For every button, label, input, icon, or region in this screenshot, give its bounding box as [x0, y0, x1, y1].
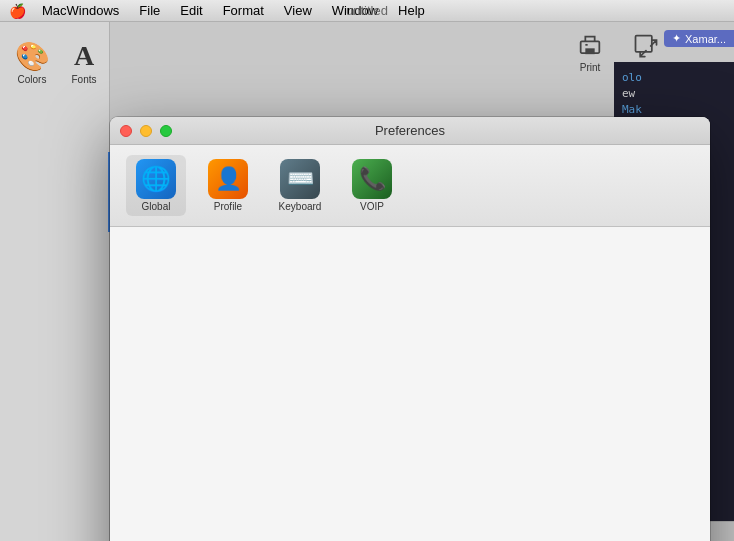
fonts-icon: A: [66, 38, 102, 74]
tab-voip-label: VOIP: [360, 201, 384, 212]
prefs-dialog: Preferences Global Profile Keyboard: [110, 117, 710, 541]
colors-label: Colors: [18, 74, 47, 85]
apple-menu[interactable]: 🍎: [8, 2, 26, 20]
xamarin-badge: ✦ Xamar...: [664, 30, 734, 47]
tab-keyboard-label: Keyboard: [279, 201, 322, 212]
close-button[interactable]: [120, 125, 132, 137]
print-label: Print: [580, 62, 601, 73]
xamarin-icon: ✦: [672, 32, 681, 45]
keyboard-icon: [280, 159, 320, 199]
profile-icon: [208, 159, 248, 199]
svg-rect-3: [636, 36, 652, 52]
tab-voip[interactable]: VOIP: [342, 155, 402, 216]
main-area: 🎨 Colors A Fonts Print: [0, 22, 734, 541]
window-title: untitled: [346, 3, 388, 18]
tab-profile-label: Profile: [214, 201, 242, 212]
menubar-file[interactable]: File: [131, 1, 168, 20]
code-line-3: Mak: [622, 102, 726, 118]
prefs-content: [110, 227, 710, 541]
prefs-title: Preferences: [375, 123, 445, 138]
menu-bar: 🍎 MacWindows File Edit Format View Windo…: [0, 0, 734, 22]
fonts-label: Fonts: [71, 74, 96, 85]
tab-global-label: Global: [142, 201, 171, 212]
voip-icon: [352, 159, 392, 199]
prefs-overlay: Preferences Global Profile Keyboard: [110, 117, 719, 521]
resize-icon: [630, 30, 662, 62]
fonts-button[interactable]: A Fonts: [60, 38, 108, 85]
menubar-help[interactable]: Help: [390, 1, 433, 20]
global-icon: [136, 159, 176, 199]
tab-profile[interactable]: Profile: [198, 155, 258, 216]
print-icon: [574, 30, 606, 62]
print-button[interactable]: Print: [566, 30, 614, 73]
minimize-button[interactable]: [140, 125, 152, 137]
code-line-2: ew: [622, 86, 726, 102]
prefs-toolbar: Global Profile Keyboard VOIP: [110, 145, 710, 227]
left-panel: 🎨 Colors A Fonts: [0, 22, 110, 541]
xamarin-label: Xamar...: [685, 33, 726, 45]
prefs-titlebar: Preferences: [110, 117, 710, 145]
menubar-view[interactable]: View: [276, 1, 320, 20]
code-line-1: olo: [622, 70, 726, 86]
menubar-format[interactable]: Format: [215, 1, 272, 20]
menubar-macwindows[interactable]: MacWindows: [34, 1, 127, 20]
svg-rect-1: [585, 48, 594, 54]
tab-keyboard[interactable]: Keyboard: [270, 155, 330, 216]
toolbar-row: 🎨 Colors A Fonts: [4, 30, 112, 93]
menubar-edit[interactable]: Edit: [172, 1, 210, 20]
tab-global[interactable]: Global: [126, 155, 186, 216]
colors-button[interactable]: 🎨 Colors: [8, 38, 56, 85]
colors-icon: 🎨: [14, 38, 50, 74]
maximize-button[interactable]: [160, 125, 172, 137]
